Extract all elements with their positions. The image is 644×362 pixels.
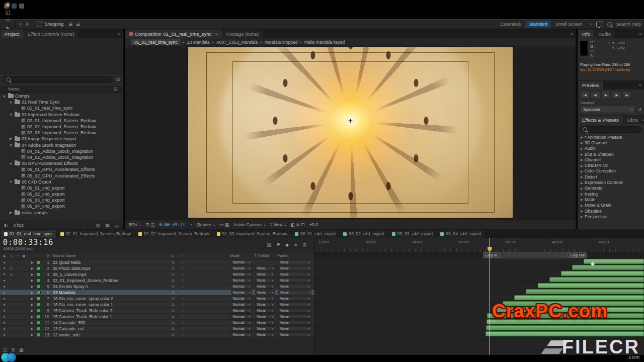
expander-icon[interactable]: ▶ bbox=[581, 204, 585, 207]
layer-name[interactable]: 15 Camera_Track_Ride color 2 bbox=[51, 308, 168, 313]
project-column-header[interactable]: Name ⊞ bbox=[0, 85, 123, 93]
layer-audio-toggle[interactable]: ◁ bbox=[8, 266, 14, 270]
snapping-checkbox[interactable] bbox=[37, 22, 42, 27]
layer-lock-toggle[interactable] bbox=[21, 291, 27, 294]
tab-composition[interactable]: Composition 01_01_real_time_sync × bbox=[125, 30, 222, 38]
layer-color-chip[interactable] bbox=[35, 321, 42, 325]
layer-visibility-toggle[interactable]: ● bbox=[1, 327, 8, 330]
transfer-controls-icon[interactable]: ▦ bbox=[19, 347, 24, 352]
expander-icon[interactable]: ▼ bbox=[9, 113, 13, 116]
project-tree-item[interactable]: 02_01_Improved_Screen_Redraw bbox=[0, 118, 123, 124]
panel-menu-icon[interactable]: ≡ bbox=[118, 31, 120, 36]
timeline-comp-tab[interactable]: 06_01_c4d_export bbox=[291, 230, 339, 238]
layer-color-chip[interactable] bbox=[35, 315, 42, 319]
layer-switches[interactable] bbox=[168, 291, 231, 295]
layer-row[interactable]: ● 11 14 Cascade_360 Norm bbox=[0, 320, 314, 326]
layer-switches[interactable] bbox=[168, 309, 231, 313]
workspace-button[interactable]: Small Screen bbox=[552, 21, 586, 28]
project-bit-depth[interactable]: 8 bpc bbox=[14, 223, 24, 228]
layer-name[interactable]: 15 Camera_Track_Ride color 1 bbox=[51, 314, 168, 319]
layer-switches[interactable] bbox=[168, 327, 231, 331]
layer-lock-toggle[interactable] bbox=[21, 303, 27, 306]
layer-mode-dropdown[interactable]: Normal bbox=[231, 266, 252, 270]
expander-icon[interactable]: ▼ bbox=[9, 101, 13, 104]
layer-name[interactable]: 26 Photo Slats.mp4 bbox=[51, 266, 168, 271]
layer-row[interactable]: ● 8 16 Slo_mo_carve_spray color 1 bbox=[0, 302, 314, 308]
layer-audio-toggle[interactable] bbox=[8, 291, 14, 294]
expander-icon[interactable]: ▶ bbox=[9, 211, 13, 215]
layer-color-chip[interactable] bbox=[35, 279, 42, 283]
tab-preview[interactable]: Preview bbox=[578, 81, 603, 89]
layer-audio-toggle[interactable] bbox=[8, 315, 14, 318]
timeline-comp-tab[interactable]: 01_01_real_time_sync bbox=[1, 230, 56, 238]
tab-effects-presets[interactable]: Effects & Presets bbox=[578, 116, 623, 124]
prev-frame-button[interactable]: ◀| bbox=[591, 91, 600, 99]
layer-expander-icon[interactable] bbox=[29, 291, 35, 294]
layer-row[interactable]: ● 5 24 Slo Mo Spray A No bbox=[0, 284, 314, 290]
transparency-grid-icon[interactable]: ▦ bbox=[225, 222, 229, 227]
expander-icon[interactable]: ▶ bbox=[581, 164, 585, 167]
last-frame-button[interactable]: ▶| bbox=[622, 91, 632, 99]
layer-lock-toggle[interactable] bbox=[21, 333, 27, 336]
motion-blur-icon[interactable]: ⊞ bbox=[302, 242, 306, 247]
layer-trkmat-dropdown[interactable]: None bbox=[255, 326, 275, 331]
composition-viewport[interactable]: + bbox=[125, 46, 576, 220]
workspace-button[interactable]: Essentials bbox=[497, 21, 524, 28]
snap-options2-icon[interactable]: ⊟ bbox=[76, 22, 80, 27]
layer-switches[interactable] bbox=[168, 333, 231, 337]
layer-solo-toggle[interactable] bbox=[14, 315, 21, 318]
layer-trkmat-dropdown[interactable]: None bbox=[255, 284, 275, 289]
effects-category[interactable]: ▶ Distort bbox=[578, 174, 644, 179]
expander-icon[interactable]: ▶ bbox=[581, 158, 585, 161]
layer-audio-toggle[interactable]: ◁ bbox=[8, 273, 14, 276]
layer-duration-bar[interactable] bbox=[538, 283, 644, 288]
layer-name[interactable]: 12 snake_ride bbox=[51, 332, 168, 337]
align-panels-icon[interactable]: ⊦ bbox=[20, 22, 22, 27]
layer-expander-icon[interactable] bbox=[29, 285, 35, 288]
layer-mode-dropdown[interactable]: Normal bbox=[231, 290, 252, 295]
layer-mode-dropdown[interactable]: Normal bbox=[231, 302, 252, 307]
project-tree-item[interactable]: ▶ extra_comps bbox=[0, 210, 123, 216]
panel-menu-icon[interactable]: ≡ bbox=[639, 31, 641, 36]
expander-icon[interactable]: ▶ bbox=[581, 141, 585, 144]
layer-parent-dropdown[interactable]: None bbox=[278, 314, 311, 319]
layer-parent-dropdown[interactable]: None bbox=[278, 284, 311, 289]
comp-mini-flowchart-icon[interactable]: ▤ bbox=[267, 242, 271, 247]
current-time-button[interactable]: 0:00:39:21 bbox=[159, 222, 185, 227]
layer-parent-dropdown[interactable]: None bbox=[278, 332, 311, 337]
layer-switches[interactable] bbox=[168, 273, 231, 277]
expander-icon[interactable]: ▶ bbox=[581, 198, 585, 201]
layer-solo-toggle[interactable] bbox=[14, 291, 21, 294]
project-tree-item[interactable]: 02_03_Improved_Screen_Redraw bbox=[0, 130, 123, 136]
effects-category[interactable]: ▶ Channel bbox=[578, 157, 644, 162]
layer-parent-dropdown[interactable]: None bbox=[278, 320, 311, 325]
timeline-comp-tab[interactable]: 02_03_Improved_Screen_Redraw bbox=[213, 230, 291, 238]
project-tree-item[interactable]: ▼ 01 Real Time Sync bbox=[0, 99, 123, 105]
layer-color-chip[interactable] bbox=[35, 333, 42, 337]
layer-parent-dropdown[interactable]: None bbox=[278, 278, 311, 283]
expander-icon[interactable]: ▶ bbox=[581, 175, 585, 178]
layer-visibility-toggle[interactable]: ● bbox=[1, 315, 8, 318]
tab-audio[interactable]: Audio bbox=[595, 30, 615, 38]
snap-options-icon[interactable]: ⊞ bbox=[69, 22, 73, 27]
layer-color-chip[interactable] bbox=[35, 327, 42, 331]
expander-icon[interactable]: ▼ bbox=[9, 180, 13, 184]
effects-category[interactable]: ▶ CINEMA 4D bbox=[578, 162, 644, 168]
project-tree-item[interactable]: ▼ Comps bbox=[0, 93, 123, 99]
layer-lock-toggle[interactable] bbox=[21, 327, 27, 330]
timeline-comp-tab[interactable]: 06_02_c4d_export bbox=[340, 230, 387, 238]
layer-name[interactable]: 16 Slo_mo_carve_spray color 1 bbox=[51, 302, 168, 307]
camera-dropdown[interactable]: Active Camera bbox=[233, 222, 265, 227]
breadcrumb-item[interactable]: A007_C053_Mandala bbox=[216, 40, 258, 45]
workspace-overflow-icon[interactable]: » bbox=[590, 22, 592, 27]
layer-expander-icon[interactable] bbox=[29, 303, 35, 306]
layer-trkmat-dropdown[interactable]: None bbox=[255, 290, 275, 295]
layer-parent-dropdown[interactable]: None bbox=[278, 296, 311, 301]
source-name-column-label[interactable]: Source Name bbox=[51, 253, 167, 258]
layer-switches[interactable] bbox=[168, 279, 231, 283]
layer-color-chip[interactable] bbox=[35, 309, 42, 313]
effects-category[interactable]: ▶ Color Correction bbox=[578, 168, 644, 174]
layer-row[interactable]: ● 6 23 Mandala Normal bbox=[0, 290, 314, 296]
expander-icon[interactable]: ▼ bbox=[9, 143, 13, 147]
breadcrumb-item[interactable]: 23 Mandala bbox=[187, 40, 209, 45]
